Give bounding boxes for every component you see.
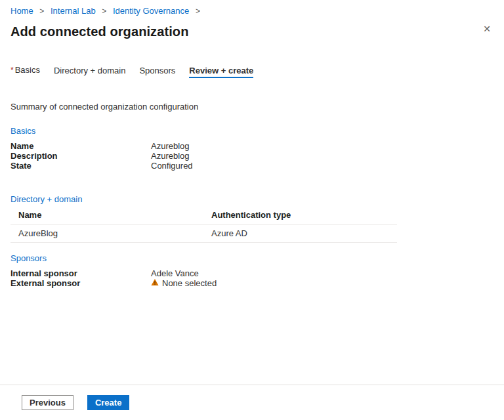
field-row-state: State Configured <box>10 161 494 171</box>
field-value: Adele Vance <box>151 268 199 278</box>
warning-icon <box>151 278 159 288</box>
column-header-name: Name <box>10 206 203 224</box>
tab-basics[interactable]: *Basics <box>10 65 40 78</box>
breadcrumb: Home > Internal Lab > Identity Governanc… <box>10 6 494 16</box>
field-label: Name <box>10 141 151 151</box>
field-value: Azureblog <box>151 141 190 151</box>
table-header-row: Name Authentication type <box>10 206 397 224</box>
summary-text: Summary of connected organization config… <box>10 102 494 112</box>
field-value: Configured <box>151 161 193 171</box>
tab-bar: *Basics Directory + domain Sponsors Revi… <box>10 65 494 78</box>
required-asterisk: * <box>10 66 14 75</box>
breadcrumb-link-home[interactable]: Home <box>10 6 33 16</box>
tab-directory-domain-label: Directory + domain <box>54 66 125 75</box>
cell-authentication-type: Azure AD <box>203 224 397 242</box>
breadcrumb-separator: > <box>39 7 44 16</box>
close-icon: ✕ <box>483 24 491 34</box>
field-row-description: Description Azureblog <box>10 151 494 161</box>
field-label: State <box>10 161 151 171</box>
sponsors-fields: Internal sponsor Adele Vance External sp… <box>10 268 494 288</box>
breadcrumb-separator: > <box>102 7 106 16</box>
field-row-external-sponsor: External sponsor None selected <box>10 278 494 288</box>
breadcrumb-link-internal-lab[interactable]: Internal Lab <box>51 6 96 16</box>
create-button[interactable]: Create <box>87 395 129 410</box>
tab-sponsors[interactable]: Sponsors <box>139 66 175 78</box>
basics-fields: Name Azureblog Description Azureblog Sta… <box>10 141 494 171</box>
cell-name: AzureBlog <box>10 224 203 242</box>
page-title: Add connected organization <box>10 24 189 39</box>
tab-sponsors-label: Sponsors <box>139 66 175 75</box>
section-link-basics[interactable]: Basics <box>10 127 35 136</box>
field-row-internal-sponsor: Internal sponsor Adele Vance <box>10 268 494 278</box>
previous-button[interactable]: Previous <box>22 395 74 410</box>
field-label: External sponsor <box>10 278 151 288</box>
field-row-name: Name Azureblog <box>10 141 494 151</box>
tab-directory-domain[interactable]: Directory + domain <box>54 66 125 78</box>
table-row: AzureBlog Azure AD <box>10 224 397 242</box>
tab-review-create-label: Review + create <box>189 66 253 75</box>
section-link-directory-domain[interactable]: Directory + domain <box>10 195 82 204</box>
column-header-authentication-type: Authentication type <box>203 206 397 224</box>
close-button[interactable]: ✕ <box>480 22 494 35</box>
add-connected-organization-panel: Home > Internal Lab > Identity Governanc… <box>0 0 504 420</box>
field-value: Azureblog <box>151 151 190 161</box>
breadcrumb-separator: > <box>196 7 200 16</box>
tab-basics-label: Basics <box>15 65 40 75</box>
breadcrumb-link-identity-governance[interactable]: Identity Governance <box>113 6 189 16</box>
field-label: Description <box>10 151 151 161</box>
directory-table: Name Authentication type AzureBlog Azure… <box>10 206 397 243</box>
tab-review-create[interactable]: Review + create <box>189 66 253 78</box>
field-value: None selected <box>162 278 217 288</box>
section-link-sponsors[interactable]: Sponsors <box>10 254 47 263</box>
field-label: Internal sponsor <box>10 268 151 278</box>
footer-bar: Previous Create <box>0 385 504 420</box>
